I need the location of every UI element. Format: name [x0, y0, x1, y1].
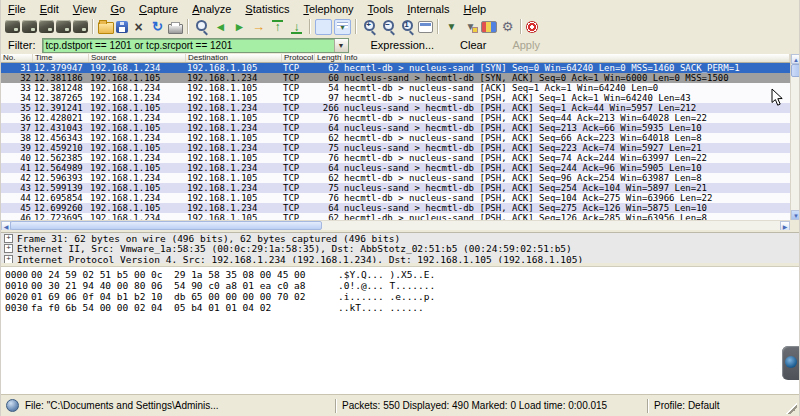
cell-protocol: TCP: [282, 113, 315, 123]
resize-grip[interactable]: [785, 402, 797, 414]
detail-row[interactable]: + Internet Protocol Version 4, Src: 192.…: [1, 254, 799, 263]
cell-length: 64: [315, 123, 342, 133]
hex-line[interactable]: 0000 00 24 59 02 51 b5 00 0c 29 1a 58 35…: [1, 269, 799, 280]
menu-tools[interactable]: Tools: [361, 2, 401, 16]
filter-dropdown-icon[interactable]: ▼: [334, 39, 348, 52]
column-header-info[interactable]: Info: [342, 54, 790, 62]
packet-row-36[interactable]: 36 12.428021 192.168.1.234 192.168.1.105…: [1, 113, 790, 123]
cell-time: 12.596393: [33, 173, 89, 183]
vscroll-thumb[interactable]: [791, 64, 800, 77]
remote-control-side-tab[interactable]: [782, 346, 800, 380]
packet-row-39[interactable]: 39 12.459210 192.168.1.105 192.168.1.234…: [1, 143, 790, 153]
scrollbar-corner: [790, 220, 800, 230]
menu-go[interactable]: Go: [103, 2, 132, 16]
capture-filter-icon[interactable]: ▼: [443, 19, 460, 35]
interfaces-icon[interactable]: [5, 20, 20, 33]
expand-plus-icon[interactable]: +: [4, 244, 13, 253]
reload-icon-glyph: ↻: [152, 19, 163, 35]
print-icon[interactable]: [168, 24, 183, 34]
coloring-rules-icon[interactable]: [481, 21, 497, 33]
preferences-icon[interactable]: ⚙: [499, 19, 516, 35]
zoom-100-icon[interactable]: 1: [399, 19, 416, 35]
go-back-icon[interactable]: ◄: [212, 19, 229, 35]
cell-source: 192.168.1.234: [89, 173, 186, 183]
reload-icon[interactable]: ↻: [149, 19, 166, 35]
scroll-down-icon[interactable]: ▼: [791, 210, 800, 220]
packet-row-46[interactable]: 46 12.723695 192.168.1.234 192.168.1.105…: [1, 213, 790, 220]
go-to-bottom-icon[interactable]: ↓: [288, 19, 305, 35]
packet-row-38[interactable]: 38 12.456343 192.168.1.234 192.168.1.105…: [1, 133, 790, 143]
expert-info-icon[interactable]: [6, 399, 19, 412]
column-header-protocol[interactable]: Protocol: [282, 54, 315, 62]
go-to-top-icon[interactable]: ↑: [269, 19, 286, 35]
go-forward-icon[interactable]: ►: [231, 19, 248, 35]
capture-start-icon[interactable]: [39, 20, 54, 33]
packet-row-45[interactable]: 45 12.699260 192.168.1.105 192.168.1.234…: [1, 203, 790, 213]
detail-row[interactable]: + Frame 31: 62 bytes on wire (496 bits),…: [1, 233, 799, 244]
hscroll-thumb[interactable]: [10, 221, 322, 230]
cell-info: nucleus-sand > hecmtl-db [PSH, ACK] Seq=…: [342, 203, 790, 213]
menu-edit[interactable]: Edit: [33, 2, 66, 16]
autoscroll-toggle-icon[interactable]: ▾: [334, 19, 351, 35]
detail-row[interactable]: + Ethernet II, Src: Vmware_1a:58:35 (00:…: [1, 244, 799, 255]
toolbar-separator: [520, 19, 522, 34]
menu-internals[interactable]: Internals: [400, 2, 456, 16]
colorize-toggle-icon[interactable]: [315, 19, 332, 35]
status-profile[interactable]: Profile: Default: [649, 400, 720, 411]
packet-row-44[interactable]: 44 12.695854 192.168.1.234 192.168.1.105…: [1, 193, 790, 203]
menu-view[interactable]: View: [66, 2, 104, 16]
capture-options-icon[interactable]: [22, 20, 37, 33]
cell-no: 36: [1, 113, 33, 123]
filter-expression-text[interactable]: tcp.dstport == 1201 or tcp.srcport == 12…: [43, 40, 334, 51]
column-header-time[interactable]: Time: [33, 54, 89, 62]
packet-row-34[interactable]: 34 12.387265 192.168.1.234 192.168.1.105…: [1, 93, 790, 103]
close-file-icon[interactable]: ×: [130, 19, 147, 35]
expression-button[interactable]: Expression...: [367, 38, 439, 52]
hex-line[interactable]: 0010 00 30 21 94 40 00 80 06 54 90 c0 a8…: [1, 280, 799, 291]
menu-capture[interactable]: Capture: [132, 2, 185, 16]
go-to-packet-icon-glyph: →: [252, 19, 265, 35]
zoom-in-icon[interactable]: +: [361, 19, 378, 35]
hex-line[interactable]: 0020 01 69 06 0f 04 b1 b2 10 db 65 00 00…: [1, 291, 799, 302]
packet-row-37[interactable]: 37 12.431043 192.168.1.105 192.168.1.234…: [1, 123, 790, 133]
find-packet-icon[interactable]: [193, 19, 210, 35]
column-header-source[interactable]: Source: [89, 54, 186, 62]
apply-button[interactable]: Apply: [508, 38, 544, 52]
packet-row-33[interactable]: 33 12.381248 192.168.1.234 192.168.1.105…: [1, 83, 790, 93]
filter-combobox[interactable]: tcp.dstport == 1201 or tcp.srcport == 12…: [42, 38, 349, 53]
help-icon[interactable]: [526, 21, 538, 33]
scroll-up-icon[interactable]: ▲: [791, 54, 800, 64]
capture-stop-icon[interactable]: [56, 20, 71, 33]
open-file-icon[interactable]: [98, 22, 114, 34]
menu-file[interactable]: File: [1, 2, 33, 16]
packet-row-32[interactable]: 32 12.381186 192.168.1.105 192.168.1.234…: [1, 73, 790, 83]
packet-row-31[interactable]: 31 12.379947 192.168.1.234 192.168.1.105…: [1, 63, 790, 73]
zoom-out-icon[interactable]: −: [380, 19, 397, 35]
display-filter-icon[interactable]: ▼: [462, 19, 479, 35]
filter-toolbar: Filter: tcp.dstport == 1201 or tcp.srcpo…: [1, 36, 799, 54]
column-header-destination[interactable]: Destination: [186, 54, 282, 62]
resize-columns-icon[interactable]: [418, 21, 433, 33]
menu-telephony[interactable]: Telephony: [296, 2, 360, 16]
column-header-no[interactable]: No.: [1, 54, 33, 62]
packet-row-43[interactable]: 43 12.599139 192.168.1.105 192.168.1.234…: [1, 183, 790, 193]
menu-analyze[interactable]: Analyze: [185, 2, 238, 16]
go-to-packet-icon[interactable]: →: [250, 19, 267, 35]
expand-plus-icon[interactable]: +: [4, 255, 13, 263]
packet-list-hscrollbar[interactable]: ◀ ▶: [1, 220, 790, 230]
expand-plus-icon[interactable]: +: [4, 234, 13, 243]
packet-row-42[interactable]: 42 12.596393 192.168.1.234 192.168.1.105…: [1, 173, 790, 183]
save-file-icon[interactable]: [116, 21, 128, 33]
packet-row-40[interactable]: 40 12.562385 192.168.1.234 192.168.1.105…: [1, 153, 790, 163]
menu-help[interactable]: Help: [456, 2, 493, 16]
cell-info: nucleus-sand > hecmtl-db [PSH, ACK] Seq=…: [342, 123, 790, 133]
menu-statistics[interactable]: Statistics: [238, 2, 296, 16]
packet-row-35[interactable]: 35 12.391241 192.168.1.105 192.168.1.234…: [1, 103, 790, 113]
packet-row-41[interactable]: 41 12.564989 192.168.1.105 192.168.1.234…: [1, 163, 790, 173]
hex-line[interactable]: 0030 fa f0 6b 54 00 00 02 04 05 b4 01 01…: [1, 302, 799, 313]
capture-restart-icon[interactable]: [73, 20, 88, 33]
clear-button[interactable]: Clear: [456, 38, 490, 52]
column-header-length[interactable]: Length: [315, 54, 342, 62]
packet-list-vscrollbar[interactable]: ▲ ▼: [790, 54, 800, 220]
detail-text: Frame 31: 62 bytes on wire (496 bits), 6…: [17, 233, 400, 244]
